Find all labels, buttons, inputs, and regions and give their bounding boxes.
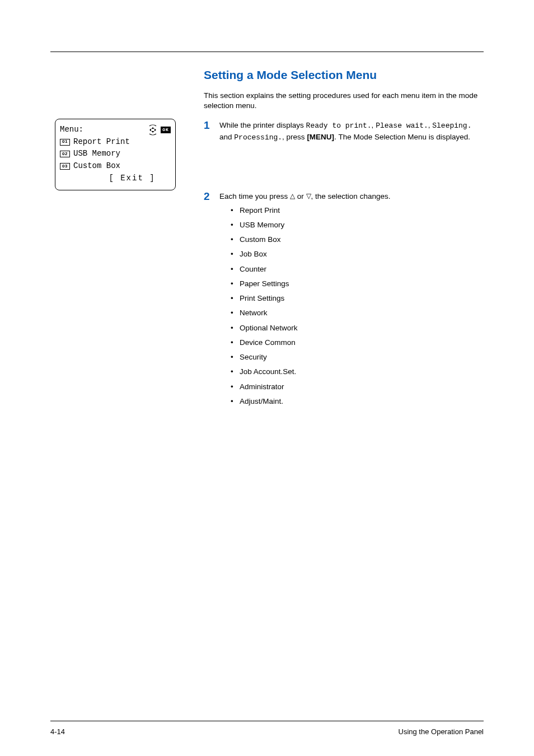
list-item: Administrator	[231, 381, 484, 393]
page-number: 4-14	[50, 727, 65, 736]
intro-text: This section explains the setting proced…	[204, 91, 484, 111]
svg-marker-0	[152, 127, 154, 129]
footer-title: Using the Operation Panel	[399, 727, 484, 736]
text: and	[219, 133, 234, 141]
item-number-icon: 02	[60, 151, 70, 157]
text: ,	[372, 121, 376, 129]
list-item: Paper Settings	[231, 278, 484, 290]
top-rule	[50, 52, 484, 52]
text: , the selection changes.	[311, 192, 391, 200]
list-item: Optional Network	[231, 323, 484, 334]
text: , press	[282, 133, 307, 141]
text: or	[295, 192, 306, 200]
list-item: Security	[231, 352, 484, 363]
list-item: Counter	[231, 264, 484, 275]
step-1: 1 While the printer displays Ready to pr…	[204, 120, 484, 143]
svg-marker-3	[154, 128, 156, 131]
list-item: Custom Box	[231, 234, 484, 245]
item-label: Report Print	[73, 136, 130, 148]
item-number-icon: 01	[60, 139, 70, 146]
list-item: Report Print	[231, 205, 484, 216]
text: Each time you press	[219, 192, 290, 200]
bottom-rule	[50, 721, 484, 721]
step-2: 2 Each time you press △ or ▽, the select…	[204, 191, 484, 410]
page-content: Menu: OK	[50, 68, 484, 418]
nav-cross-icon	[147, 125, 159, 135]
section-title: Setting a Mode Selection Menu	[204, 68, 484, 82]
printer-display: Menu: OK	[55, 119, 176, 190]
list-item: Network	[231, 307, 484, 319]
display-menu-item: 02 USB Memory	[60, 148, 171, 160]
step-body: While the printer displays Ready to prin…	[219, 120, 484, 143]
menu-key: [MENU]	[307, 133, 334, 141]
printer-state: Sleeping.	[432, 122, 471, 130]
display-header-icons: OK	[147, 125, 171, 135]
list-item: Adjust/Maint.	[231, 396, 484, 407]
list-item: Job Box	[231, 249, 484, 260]
list-item: Print Settings	[231, 293, 484, 304]
display-title: Menu:	[60, 124, 83, 136]
down-triangle-icon: ▽	[306, 191, 311, 201]
printer-state: Please wait.	[376, 122, 428, 130]
printer-state: Ready to print.	[306, 122, 372, 130]
step-number: 2	[204, 191, 219, 203]
step-number: 1	[204, 120, 219, 132]
list-item: Device Common	[231, 337, 484, 348]
left-column: Menu: OK	[50, 68, 196, 190]
item-number-icon: 03	[60, 163, 70, 170]
right-column: Setting a Mode Selection Menu This secti…	[196, 68, 484, 418]
up-triangle-icon: △	[290, 191, 295, 201]
page-footer: 4-14 Using the Operation Panel	[50, 727, 484, 736]
display-menu-item: 01 Report Print	[60, 136, 171, 148]
display-menu-item: 03 Custom Box	[60, 160, 171, 172]
item-label: USB Memory	[73, 148, 120, 160]
text: . The Mode Selection Menu is displayed.	[334, 133, 470, 141]
list-item: USB Memory	[231, 220, 484, 231]
list-item: Job Account.Set.	[231, 366, 484, 377]
printer-state: Processing.	[234, 133, 282, 142]
svg-marker-1	[152, 131, 154, 133]
item-label: Custom Box	[73, 160, 120, 172]
step-body: Each time you press △ or ▽, the selectio…	[219, 191, 484, 410]
svg-marker-2	[149, 128, 151, 131]
display-exit: [ Exit ]	[60, 172, 171, 185]
ok-icon: OK	[161, 127, 171, 133]
text: While the printer displays	[219, 121, 306, 129]
selection-list: Report Print USB Memory Custom Box Job B…	[219, 205, 484, 408]
